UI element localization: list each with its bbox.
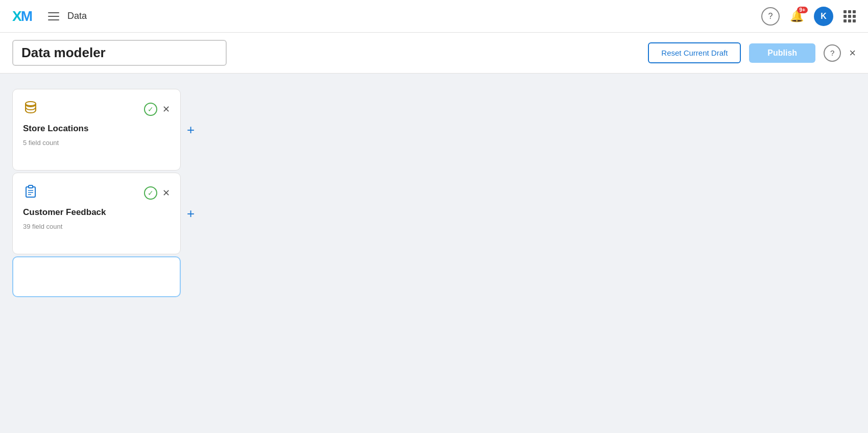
- sub-header: Reset Current Draft Publish ? ×: [0, 33, 868, 74]
- card-top-customer-feedback: ✓ ✕: [23, 183, 170, 202]
- reset-draft-button[interactable]: Reset Current Draft: [648, 42, 741, 63]
- notifications-button[interactable]: 🔔 9+: [790, 10, 804, 23]
- customer-feedback-actions: ✓ ✕: [144, 186, 170, 200]
- notification-badge: 9+: [797, 7, 808, 13]
- main-canvas: ✓ ✕ Store Locations 5 field count +: [0, 74, 868, 433]
- customer-feedback-name: Customer Feedback: [23, 207, 170, 218]
- svg-point-0: [26, 102, 36, 106]
- add-after-store-locations-button[interactable]: +: [187, 123, 195, 136]
- nav-title: Data: [67, 11, 761, 21]
- apps-grid-icon[interactable]: [843, 10, 856, 22]
- check-icon-store-locations: ✓: [144, 103, 157, 116]
- customer-feedback-field-count: 39 field count: [23, 223, 170, 230]
- nav-right: ? 🔔 9+ K: [761, 7, 856, 26]
- card-row-empty: [12, 256, 856, 297]
- delete-store-locations-button[interactable]: ✕: [162, 105, 170, 114]
- publish-button[interactable]: Publish: [749, 43, 815, 63]
- store-locations-card[interactable]: ✓ ✕ Store Locations 5 field count: [12, 89, 181, 171]
- database-icon: [23, 100, 38, 118]
- avatar[interactable]: K: [814, 7, 833, 26]
- top-nav: XM Data ? 🔔 9+ K: [0, 0, 868, 33]
- logo[interactable]: XM: [12, 8, 32, 25]
- customer-feedback-card[interactable]: ✓ ✕ Customer Feedback 39 field count: [12, 173, 181, 254]
- logo-text: XM: [12, 8, 32, 25]
- check-icon-customer-feedback: ✓: [144, 186, 157, 200]
- svg-rect-4: [29, 185, 33, 188]
- hamburger-menu[interactable]: [48, 12, 59, 20]
- help-nav-button[interactable]: ?: [761, 7, 780, 26]
- store-locations-name: Store Locations: [23, 124, 170, 134]
- card-row-store-locations: ✓ ✕ Store Locations 5 field count +: [12, 89, 856, 171]
- modeler-title-input[interactable]: [12, 40, 227, 66]
- store-locations-actions: ✓ ✕: [144, 103, 170, 116]
- clipboard-icon: [23, 183, 38, 202]
- card-top-store-locations: ✓ ✕: [23, 100, 170, 118]
- help-subheader-button[interactable]: ?: [824, 44, 841, 62]
- close-button[interactable]: ×: [849, 47, 856, 59]
- help-nav-icon: ?: [768, 12, 773, 21]
- card-row-customer-feedback: ✓ ✕ Customer Feedback 39 field count +: [12, 173, 856, 254]
- add-after-customer-feedback-button[interactable]: +: [187, 207, 195, 220]
- empty-card[interactable]: [12, 256, 181, 297]
- store-locations-field-count: 5 field count: [23, 139, 170, 147]
- delete-customer-feedback-button[interactable]: ✕: [162, 188, 170, 198]
